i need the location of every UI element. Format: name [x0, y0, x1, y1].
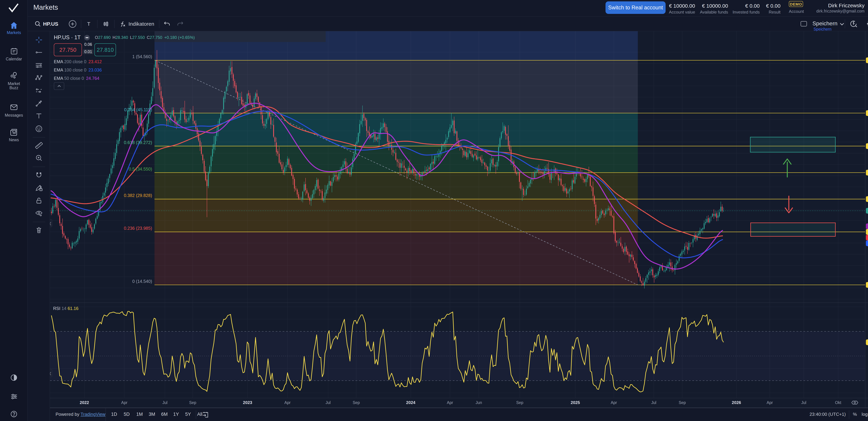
svg-text:Jul: Jul	[651, 400, 656, 405]
svg-text:Jul: Jul	[326, 400, 331, 405]
svg-text:Apr: Apr	[447, 400, 453, 405]
svg-text:0.236 (23.985): 0.236 (23.985)	[124, 226, 152, 231]
svg-text:2023: 2023	[243, 400, 252, 405]
svg-text:0.5 (34.550): 0.5 (34.550)	[129, 167, 152, 171]
svg-text:2026: 2026	[732, 400, 741, 405]
svg-text:Sep: Sep	[189, 400, 196, 405]
svg-text:0.382 (29.828): 0.382 (29.828)	[124, 193, 152, 198]
svg-text:2022: 2022	[80, 400, 89, 405]
svg-text:Apr: Apr	[611, 400, 617, 405]
svg-text:Sep: Sep	[679, 400, 686, 405]
svg-text:0.618 (39.272): 0.618 (39.272)	[124, 140, 152, 145]
svg-text:Okt: Okt	[835, 400, 841, 405]
svg-text:Jun: Jun	[475, 400, 482, 405]
svg-text:1 (54.560): 1 (54.560)	[132, 54, 152, 59]
svg-text:Apr: Apr	[284, 400, 290, 405]
svg-text:Jul: Jul	[801, 400, 806, 405]
svg-text:Sep: Sep	[516, 400, 523, 405]
svg-text:Jul: Jul	[162, 400, 167, 405]
svg-text:Sep: Sep	[353, 400, 360, 405]
svg-text:Apr: Apr	[121, 400, 127, 405]
svg-text:0 (14.540): 0 (14.540)	[132, 279, 152, 284]
svg-text:2025: 2025	[570, 400, 580, 405]
svg-text:❮: ❮	[50, 222, 52, 225]
svg-text:2024: 2024	[406, 400, 415, 405]
svg-text:❮: ❮	[50, 372, 52, 375]
svg-text:Apr: Apr	[767, 400, 773, 405]
svg-text:RSI 14 61.16: RSI 14 61.16	[53, 306, 79, 311]
svg-text:0.764 (45.115): 0.764 (45.115)	[124, 107, 152, 112]
